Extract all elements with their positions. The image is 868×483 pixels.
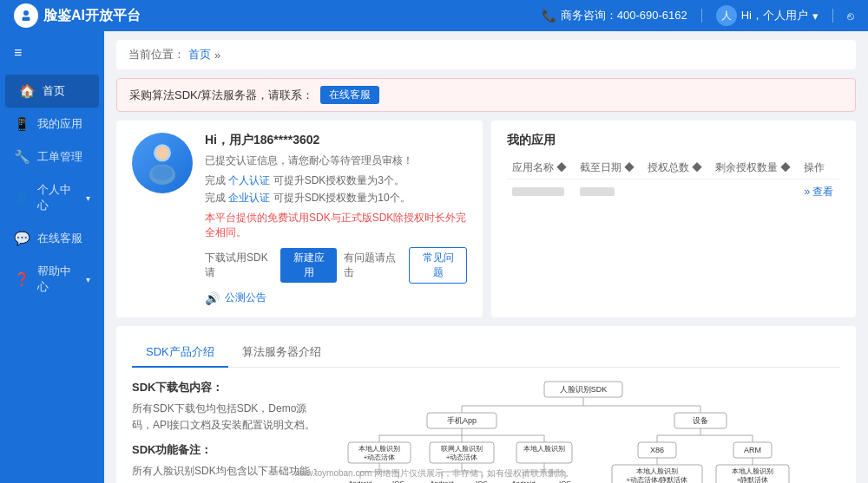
- svg-point-0: [23, 10, 29, 16]
- alert-banner: 采购算法SDK/算法服务器，请联系： 在线客服: [116, 78, 856, 112]
- svg-text:联网人脸识别: 联网人脸识别: [441, 445, 483, 453]
- sidebar-item-myapps[interactable]: 📱 我的应用: [0, 108, 104, 140]
- svg-text:本地人脸识别: 本地人脸识别: [358, 445, 400, 453]
- sidebar-label-help: 帮助中心: [37, 264, 79, 295]
- user-trial-note: 本平台提供的免费试用SDK与正式版SDK除授权时长外完全相同。: [205, 211, 467, 240]
- divider2: [832, 9, 833, 23]
- cell-app-name: [507, 179, 575, 206]
- col-date: 截至日期 ◆: [575, 157, 642, 179]
- issue-label: 有问题请点击: [344, 251, 402, 280]
- sdk-feature-title: SDK功能备注：: [132, 442, 323, 458]
- svg-text:ARM: ARM: [744, 446, 761, 454]
- chevron-profile-icon: ▾: [86, 193, 90, 203]
- user-details: Hi，用户186****3602 已提交认证信息，请您耐心等待管理员审核！ 完成…: [205, 133, 467, 305]
- apps-title: 我的应用: [507, 133, 840, 148]
- svg-text:+动态活体/静默活体: +动态活体/静默活体: [627, 476, 688, 483]
- chevron-down-icon: ▾: [812, 10, 819, 23]
- divider: [701, 9, 702, 23]
- svg-text:+动态活体: +动态活体: [446, 454, 478, 461]
- chevron-help-icon: ▾: [86, 275, 90, 284]
- top-navigation: 脸鉴AI开放平台 📞 商务咨询：400-690-6162 人 Hi，个人用户 ▾…: [0, 0, 868, 31]
- svg-text:手机App: 手机App: [447, 416, 477, 425]
- col-action: 操作: [799, 157, 840, 179]
- help-icon: ❓: [14, 271, 30, 287]
- logo-text: 脸鉴AI开放平台: [43, 7, 141, 25]
- sdk-tabs: SDK产品介绍 算法服务器介绍: [132, 338, 840, 368]
- svg-rect-1: [23, 17, 30, 22]
- workbench-icon: 🔧: [14, 149, 30, 165]
- breadcrumb-home-link[interactable]: 首页: [188, 47, 211, 62]
- logout-icon[interactable]: ⎋: [847, 10, 854, 23]
- online-support-button[interactable]: 在线客服: [320, 86, 379, 104]
- sidebar-item-help[interactable]: ❓ 帮助中心 ▾: [0, 255, 104, 304]
- svg-text:人脸识别SDK: 人脸识别SDK: [560, 385, 608, 394]
- sidebar-item-home[interactable]: 🏠 首页: [5, 75, 99, 108]
- sidebar-label-workbench: 工单管理: [37, 149, 82, 165]
- my-apps-card: 我的应用 应用名称 ◆ 截至日期 ◆ 授权总数 ◆ 剩余授权数量 ◆ 操作: [491, 121, 856, 317]
- alert-text: 采购算法SDK/算法服务器，请联系：: [129, 88, 313, 103]
- breadcrumb: 当前位置： 首页 »: [116, 40, 856, 69]
- download-label: 下载试用SDK请: [205, 251, 273, 280]
- svg-text:IOS: IOS: [392, 480, 404, 483]
- home-icon: 🏠: [19, 83, 36, 99]
- user-label: Hi，个人用户: [741, 8, 808, 23]
- svg-text:IOS: IOS: [559, 480, 571, 483]
- table-row: » 查看: [507, 179, 840, 206]
- card-row: Hi，用户186****3602 已提交认证信息，请您耐心等待管理员审核！ 完成…: [116, 121, 856, 317]
- svg-text:+动态活体: +动态活体: [364, 454, 396, 461]
- create-app-button[interactable]: 新建应用: [280, 248, 337, 283]
- user-avatar-small: 人: [716, 5, 737, 26]
- svg-point-5: [152, 166, 172, 180]
- personal-cert-link[interactable]: 个人认证: [228, 174, 270, 186]
- svg-text:本地人脸识别: 本地人脸识别: [523, 445, 565, 453]
- cell-view: » 查看: [799, 179, 840, 206]
- sdk-section: SDK产品介绍 算法服务器介绍 SDK下载包内容： 所有SDK下载包均包括SDK…: [116, 326, 856, 483]
- enterprise-cert-link[interactable]: 企业认证: [228, 192, 270, 204]
- phone-label: 商务咨询：400-690-6162: [561, 8, 687, 23]
- user-card-inner: Hi，用户186****3602 已提交认证信息，请您耐心等待管理员审核！ 完成…: [132, 133, 467, 305]
- svg-text:X86: X86: [650, 446, 664, 454]
- sidebar-item-workbench[interactable]: 🔧 工单管理: [0, 140, 104, 173]
- tab-algo-server[interactable]: 算法服务器介绍: [228, 338, 335, 368]
- svg-text:Android: Android: [511, 480, 536, 483]
- announcement-row: 🔊 公测公告: [205, 290, 467, 305]
- svg-text:本地人脸识别: 本地人脸识别: [732, 467, 773, 475]
- user-cert-enterprise: 完成 企业认证 可提升SDK授权数量为10个。: [205, 191, 467, 206]
- top-nav-right: 📞 商务咨询：400-690-6162 人 Hi，个人用户 ▾ ⎋: [542, 5, 854, 26]
- user-info-card: Hi，用户186****3602 已提交认证信息，请您耐心等待管理员审核！ 完成…: [116, 121, 483, 317]
- cell-date: [575, 179, 642, 206]
- tab-sdk-intro[interactable]: SDK产品介绍: [132, 338, 228, 368]
- sidebar-label-myapps: 我的应用: [37, 116, 82, 132]
- user-avatar-big: [132, 133, 193, 193]
- svg-point-4: [156, 147, 169, 160]
- svg-text:IOS: IOS: [476, 480, 488, 483]
- user-info[interactable]: 人 Hi，个人用户 ▾: [716, 5, 819, 26]
- sidebar-item-support[interactable]: 💬 在线客服: [0, 222, 104, 255]
- logo-area: 脸鉴AI开放平台: [14, 3, 141, 28]
- sidebar-item-profile[interactable]: 👤 个人中心 ▾: [0, 173, 104, 222]
- phone-icon: 📞: [542, 9, 556, 23]
- cell-auth-remain: [710, 179, 799, 206]
- sidebar: ≡ 🏠 首页 📱 我的应用 🔧 工单管理 👤 个人中心 ▾ 💬 在线客服 ❓ 帮…: [0, 31, 104, 483]
- faq-button[interactable]: 常见问题: [409, 247, 467, 284]
- logo-icon: [14, 3, 38, 28]
- announcement-link[interactable]: 公测公告: [225, 290, 266, 305]
- svg-text:+静默活体: +静默活体: [737, 476, 769, 483]
- watermark: www.toymoban.com 网络图片仅供展示，非存储，如有侵权请联系删除。: [294, 467, 574, 480]
- sidebar-label-support: 在线客服: [37, 231, 82, 246]
- col-auth-total: 授权总数 ◆: [642, 157, 710, 179]
- sidebar-toggle[interactable]: ≡: [0, 38, 104, 68]
- view-link[interactable]: » 查看: [804, 186, 833, 198]
- user-actions: 下载试用SDK请 新建应用 有问题请点击 常见问题: [205, 247, 467, 284]
- sdk-download-title: SDK下载包内容：: [132, 380, 323, 395]
- logo: 脸鉴AI开放平台: [14, 3, 141, 28]
- breadcrumb-separator: »: [214, 49, 220, 62]
- user-cert-personal: 完成 个人认证 可提升SDK授权数量为3个。: [205, 173, 467, 188]
- col-auth-remain: 剩余授权数量 ◆: [710, 157, 799, 179]
- profile-icon: 👤: [14, 190, 30, 206]
- apps-icon: 📱: [14, 116, 30, 132]
- svg-text:设备: 设备: [693, 416, 708, 425]
- breadcrumb-prefix: 当前位置：: [128, 47, 185, 62]
- sidebar-label-home: 首页: [43, 83, 65, 99]
- main-content: 当前位置： 首页 » 采购算法SDK/算法服务器，请联系： 在线客服: [104, 31, 868, 483]
